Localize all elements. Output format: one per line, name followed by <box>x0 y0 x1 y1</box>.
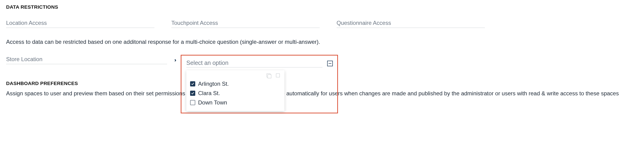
option-label: Arlington St. <box>198 81 229 87</box>
questionnaire-access-field[interactable]: Questionnaire Access <box>336 20 485 28</box>
restriction-select-input[interactable]: Select an option <box>186 59 322 67</box>
page-root: DATA RESTRICTIONS Location Access Touchp… <box>0 0 644 156</box>
touchpoint-access-field[interactable]: Touchpoint Access <box>171 20 320 28</box>
select-all-icon[interactable] <box>266 74 270 77</box>
section-header-data-restrictions: DATA RESTRICTIONS <box>6 4 638 10</box>
indeterminate-checkbox-icon[interactable] <box>327 61 333 66</box>
restriction-select-area: Select an option <box>186 59 333 67</box>
select-none-icon[interactable] <box>276 74 280 77</box>
checkbox-unchecked-icon[interactable] <box>190 100 195 105</box>
section-header-dashboard-preferences: DASHBOARD PREFERENCES <box>6 81 638 86</box>
options-dropdown: Arlington St. Clara St. Down Town <box>186 70 284 111</box>
option-row[interactable]: Clara St. <box>190 89 281 98</box>
restriction-select-line: Select an option <box>186 59 333 67</box>
dashboard-preferences-description: Assign spaces to user and preview them b… <box>6 89 638 98</box>
data-restrictions-fields-row: Location Access Touchpoint Access Questi… <box>6 20 638 28</box>
data-restrictions-help-text: Access to data can be restricted based o… <box>6 39 372 45</box>
option-row[interactable]: Down Town <box>190 98 281 107</box>
option-label: Down Town <box>198 99 227 106</box>
arrow-right-icon: ›› <box>172 57 177 63</box>
dropdown-toolbar <box>190 73 281 79</box>
option-label: Clara St. <box>198 90 220 97</box>
checkbox-checked-icon[interactable] <box>190 91 195 96</box>
location-access-field[interactable]: Location Access <box>6 20 154 28</box>
checkbox-checked-icon[interactable] <box>190 81 195 86</box>
option-row[interactable]: Arlington St. <box>190 79 281 89</box>
restriction-question-field[interactable]: Store Location <box>6 56 167 64</box>
